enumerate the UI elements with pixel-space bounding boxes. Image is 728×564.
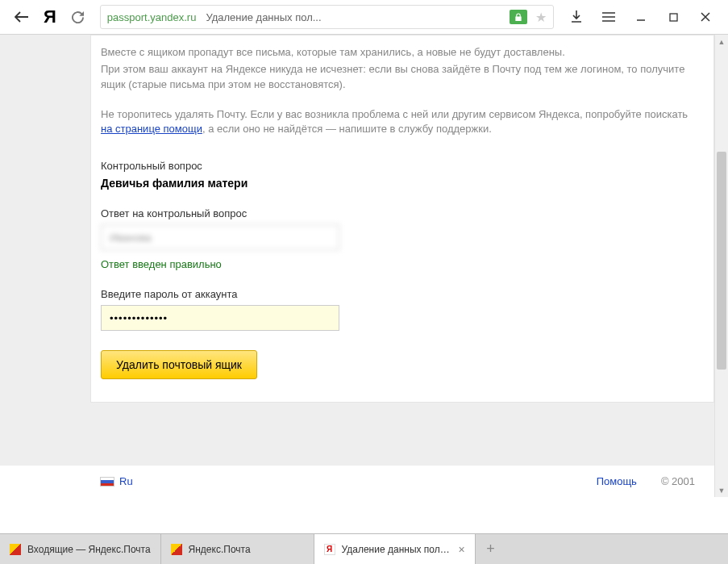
password-input[interactable] bbox=[101, 305, 339, 331]
tab-inbox[interactable]: Входящие — Яндекс.Почта bbox=[0, 534, 161, 564]
flag-ru-icon bbox=[100, 477, 114, 487]
ssl-lock-icon bbox=[510, 10, 527, 24]
password-label: Введите пароль от аккаунта bbox=[101, 288, 697, 300]
page-footer: Ru Помощь © 2001 bbox=[0, 465, 714, 497]
info-text-1: Вместе с ящиком пропадут все письма, кот… bbox=[101, 45, 697, 61]
yandex-logo[interactable]: Я bbox=[44, 6, 56, 27]
svg-rect-0 bbox=[670, 14, 677, 21]
bookmark-star-icon[interactable]: ★ bbox=[535, 10, 547, 25]
info-text-2: При этом ваш аккаунт на Яндексе никуда н… bbox=[101, 62, 697, 93]
minimize-button[interactable] bbox=[625, 2, 657, 32]
page-viewport: Вместе с ящиком пропадут все письма, кот… bbox=[0, 35, 728, 497]
new-tab-button[interactable]: + bbox=[476, 534, 506, 564]
vertical-scrollbar[interactable]: ▲ ▼ bbox=[714, 35, 728, 497]
footer-copyright: © 2001 bbox=[661, 475, 695, 487]
answer-correct-status: Ответ введен правильно bbox=[101, 258, 697, 270]
url-title: Удаление данных пол... bbox=[206, 11, 321, 23]
footer-right: Помощь © 2001 bbox=[597, 475, 695, 487]
content-card: Вместе с ящиком пропадут все письма, кот… bbox=[90, 35, 714, 403]
info-text-3-pre: Не торопитесь удалять Почту. Если у вас … bbox=[101, 108, 688, 120]
scrollbar-thumb[interactable] bbox=[717, 152, 726, 370]
scrollbar-down-button[interactable]: ▼ bbox=[715, 483, 728, 497]
browser-toolbar: Я passport.yandex.ru Удаление данных пол… bbox=[0, 0, 728, 35]
scrollbar-up-button[interactable]: ▲ bbox=[715, 35, 728, 48]
tab-label: Яндекс.Почта bbox=[189, 544, 251, 555]
tab-close-button[interactable]: × bbox=[458, 543, 464, 556]
back-button[interactable] bbox=[6, 2, 37, 32]
delete-form: Контрольный вопрос Девичья фамилия матер… bbox=[101, 160, 697, 379]
mail-favicon-icon bbox=[171, 544, 182, 555]
address-bar[interactable]: passport.yandex.ru Удаление данных пол..… bbox=[100, 5, 554, 29]
delete-mailbox-button[interactable]: Удалить почтовый ящик bbox=[101, 350, 257, 379]
help-page-link[interactable]: на странице помощи bbox=[101, 123, 202, 135]
url-host: passport.yandex.ru bbox=[107, 11, 197, 23]
answer-input[interactable] bbox=[101, 224, 339, 250]
close-window-button[interactable] bbox=[689, 2, 722, 32]
menu-button[interactable] bbox=[593, 2, 625, 32]
info-text-3: Не торопитесь удалять Почту. Если у вас … bbox=[101, 107, 697, 138]
yandex-favicon-icon: Я bbox=[324, 544, 335, 555]
control-question-label: Контрольный вопрос bbox=[101, 160, 697, 172]
answer-label: Ответ на контрольный вопрос bbox=[101, 207, 697, 219]
info-text-3-post: , а если оно не найдётся — напишите в сл… bbox=[202, 123, 492, 135]
language-selector[interactable]: Ru bbox=[119, 475, 133, 487]
tab-delete-data[interactable]: Я Удаление данных пользс × bbox=[314, 534, 476, 564]
tab-bar: Входящие — Яндекс.Почта Яндекс.Почта Я У… bbox=[0, 533, 728, 564]
footer-help-link[interactable]: Помощь bbox=[597, 475, 637, 487]
reload-button[interactable] bbox=[63, 2, 94, 32]
downloads-button[interactable] bbox=[560, 2, 593, 32]
tab-mail[interactable]: Яндекс.Почта bbox=[161, 534, 314, 564]
chrome-right-controls bbox=[560, 2, 722, 32]
tab-label: Входящие — Яндекс.Почта bbox=[27, 544, 151, 555]
control-question-text: Девичья фамилия матери bbox=[101, 177, 697, 190]
tab-label: Удаление данных пользс bbox=[342, 544, 452, 555]
mail-favicon-icon bbox=[10, 544, 21, 555]
maximize-button[interactable] bbox=[657, 2, 689, 32]
